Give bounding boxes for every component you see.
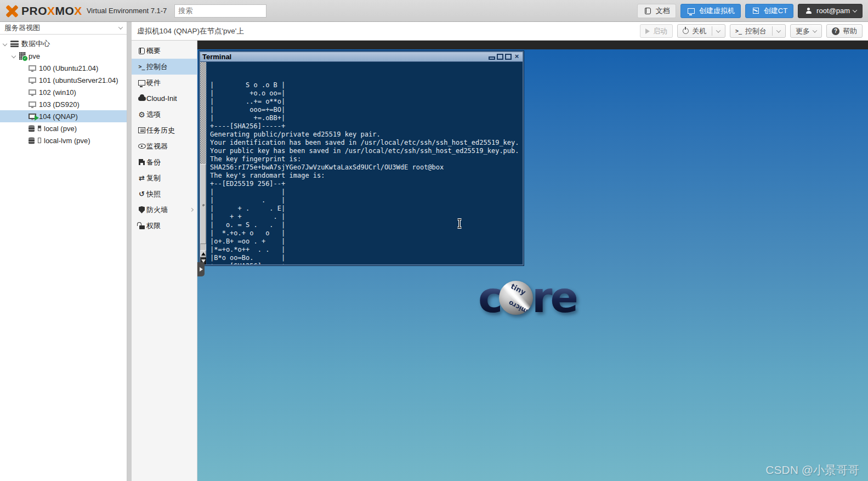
tinycore-logo: c tiny micro re <box>478 281 576 315</box>
tree-item-vm-104-selected[interactable]: 104 (QNAP) <box>0 110 127 122</box>
menu-label: 任务历史 <box>146 126 175 135</box>
logo-tiny-text: tiny <box>509 282 527 297</box>
user-menu-button[interactable]: root@pam <box>798 4 863 18</box>
terminal-line: | | <box>210 188 523 196</box>
play-icon <box>645 29 650 34</box>
terminal-line: Your identification has been saved in /u… <box>210 139 523 147</box>
create-ct-button[interactable]: 创建CT <box>745 4 793 18</box>
tree-item-datacenter[interactable]: 数据中心 <box>0 38 127 50</box>
menu-item-task-history[interactable]: 任务历史 <box>132 122 197 138</box>
tree-item-storage-local-lvm[interactable]: local-lvm (pve) <box>0 134 127 146</box>
logo-letter-c: c <box>478 281 500 314</box>
chevron-down-icon[interactable] <box>716 28 721 32</box>
more-button[interactable]: 更多 <box>790 24 822 38</box>
logo-sphere-icon: tiny micro <box>499 281 533 315</box>
terminal-titlebar[interactable]: Terminal <box>200 52 523 62</box>
terminal-window[interactable]: Terminal | S o .o B || <box>199 51 524 265</box>
restore-icon[interactable] <box>505 54 512 60</box>
maximize-icon[interactable] <box>497 54 503 60</box>
vnc-controlbar-handle[interactable] <box>197 262 205 276</box>
view-selector[interactable]: 服务器视图 <box>0 22 127 35</box>
menu-label: 控制台 <box>146 62 168 72</box>
menu-item-cloud-init[interactable]: Cloud-Init <box>132 90 197 106</box>
terminal-scrollbar[interactable] <box>200 62 207 264</box>
button-divider <box>712 26 712 36</box>
shutdown-split-button[interactable]: 关机 <box>677 24 725 38</box>
vnc-top-black-bar <box>197 41 868 49</box>
tree-item-vm-101[interactable]: 101 (ubuntuServer21.04) <box>0 74 127 86</box>
scroll-up-button[interactable] <box>200 250 206 257</box>
scrollbar-track[interactable] <box>200 62 206 164</box>
datacenter-icon <box>10 41 19 47</box>
expander-icon[interactable] <box>3 42 7 46</box>
top-header: PROXMOX Virtual Environment 7.1-7 文档 创建虚… <box>0 0 868 22</box>
terminal-line: | + + . | <box>210 213 523 221</box>
tree-item-node-pve[interactable]: pve <box>0 50 127 62</box>
create-vm-button[interactable]: 创建虚拟机 <box>680 4 741 18</box>
terminal-line: +----[SHA256]-----+ <box>210 122 523 131</box>
menu-item-console-active[interactable]: 控制台 <box>132 59 197 75</box>
terminal-line: | o. = S . . | <box>210 221 523 229</box>
eye-icon <box>137 144 146 149</box>
menu-item-summary[interactable]: 概要 <box>132 43 197 59</box>
header-actions: 文档 创建虚拟机 创建CT root@pam <box>637 4 863 18</box>
tree-item-vm-102[interactable]: 102 (win10) <box>0 86 127 98</box>
terminal-output[interactable]: | S o .o B || +o.o oo=|| ..+= o**o|| ooo… <box>207 62 523 264</box>
chevron-down-icon[interactable] <box>776 28 781 32</box>
menu-item-replication[interactable]: 复制 <box>132 170 197 186</box>
proxmox-logo: PROXMOX Virtual Environment 7.1-7 <box>5 4 167 18</box>
scrollbar-track-lower[interactable] <box>200 244 206 250</box>
menu-item-permissions[interactable]: 权限 <box>132 218 197 234</box>
cloud-icon <box>137 97 146 101</box>
tree-label: local (pve) <box>44 125 77 133</box>
menu-label: 备份 <box>146 157 161 167</box>
menu-label: 防火墙 <box>146 205 168 215</box>
repeat-icon <box>137 174 146 182</box>
menu-item-snapshots[interactable]: 快照 <box>132 186 197 202</box>
search-input[interactable] <box>174 4 266 18</box>
proxmox-x-icon <box>5 4 19 18</box>
help-button[interactable]: 帮助 <box>826 24 863 38</box>
text-cursor-pointer <box>456 218 463 229</box>
sidebar-splitter[interactable] <box>127 22 132 481</box>
console-split-button[interactable]: 控制台 <box>730 24 786 38</box>
floppy-icon <box>137 159 146 165</box>
minimize-icon[interactable] <box>489 56 495 60</box>
power-icon <box>683 28 689 34</box>
terminal-line: SHA256:rI75e+bwA7sjYGeo7JwVzuKwtaLaxSd9U… <box>210 163 523 172</box>
vm-icon <box>29 101 36 107</box>
terminal-line: | ooo=+=BO| <box>210 106 523 114</box>
close-icon[interactable] <box>513 53 520 60</box>
tree-item-storage-local[interactable]: local (pve) <box>0 122 127 134</box>
expander-icon[interactable] <box>12 54 16 58</box>
tree-label: 100 (Ubuntu21.04) <box>39 64 98 72</box>
start-button[interactable]: 启动 <box>640 24 673 38</box>
menu-item-backup[interactable]: 备份 <box>132 154 197 170</box>
terminal-lines: | S o .o B || +o.o oo=|| ..+= o**o|| ooo… <box>210 81 523 264</box>
menu-item-firewall[interactable]: 防火墙 <box>132 202 197 218</box>
user-icon <box>804 8 813 14</box>
terminal-line: |*=+o.*o++ . . | <box>210 246 523 254</box>
tree-item-vm-100[interactable]: 100 (Ubuntu21.04) <box>0 62 127 74</box>
tree-item-vm-103[interactable]: 103 (DS920) <box>0 98 127 110</box>
documentation-button[interactable]: 文档 <box>637 4 676 18</box>
brand-seg: PRO <box>21 4 47 17</box>
menu-label: 硬件 <box>146 78 161 88</box>
menu-label: 复制 <box>146 173 161 183</box>
menu-item-hardware[interactable]: 硬件 <box>132 75 197 90</box>
menu-item-monitor[interactable]: 监视器 <box>132 138 197 154</box>
scrollbar-thumb[interactable] <box>200 164 206 244</box>
environment-version: Virtual Environment 7.1-7 <box>87 7 167 15</box>
novnc-console-canvas[interactable]: Terminal | S o .o B || <box>197 41 868 481</box>
logo-letters-re: re <box>532 281 576 314</box>
terminal-line: | . | <box>210 196 523 205</box>
menu-item-options[interactable]: 选项 <box>132 106 197 122</box>
terminal-window-title: Terminal <box>202 53 231 61</box>
triangle-right-icon <box>200 267 203 271</box>
create-vm-label: 创建虚拟机 <box>699 6 735 16</box>
monitor-icon <box>137 80 146 86</box>
terminal-body: | S o .o B || +o.o oo=|| ..+= o**o|| ooo… <box>200 62 523 264</box>
page-title: 虚拟机104 (QNAP)在节点'pve'上 <box>137 26 244 36</box>
shutdown-label: 关机 <box>692 26 706 36</box>
terminal-line: |o+.B+ =oo . + | <box>210 237 523 246</box>
